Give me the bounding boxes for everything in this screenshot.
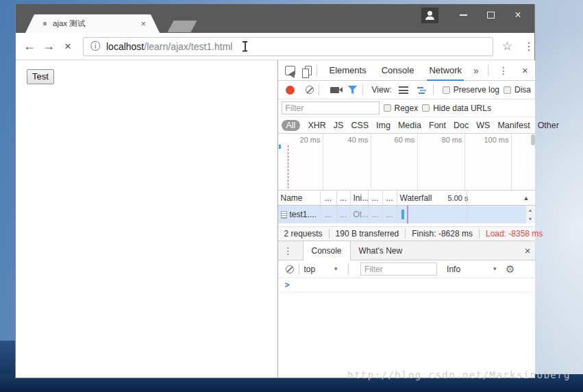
drawer-tab-bar: ⋮ Console What's New × <box>278 241 535 260</box>
clear-requests-icon[interactable] <box>306 86 314 94</box>
console-settings-gear-icon[interactable]: ⚙ <box>506 263 514 275</box>
type-filter-xhr[interactable]: XHR <box>308 121 325 130</box>
col-status[interactable]: ... <box>321 191 337 205</box>
devtools-menu-icon[interactable]: ⋮ <box>493 65 514 76</box>
disable-cache-checkbox[interactable] <box>504 86 511 94</box>
regex-label: Regex <box>395 103 419 113</box>
list-view-icon[interactable] <box>399 86 408 94</box>
waterfall-dcl-line <box>407 206 408 223</box>
profile-button[interactable] <box>421 8 438 23</box>
requests-count: 2 requests <box>278 229 329 238</box>
drawer-tab-console[interactable]: Console <box>303 241 351 260</box>
timeline-tick: 80 ms <box>423 136 462 144</box>
type-filter-manifest[interactable]: Manifest <box>497 121 530 130</box>
bookmark-star-icon[interactable]: ☆ <box>502 39 512 53</box>
col-type[interactable]: ... <box>337 191 351 205</box>
col-waterfall[interactable]: Waterfall 5.00 s ▲ <box>397 191 535 205</box>
scroll-up-icon[interactable]: ▲ <box>528 208 533 212</box>
chevron-down-icon: ▼ <box>333 266 338 272</box>
more-tabs-icon[interactable]: » <box>469 65 483 76</box>
devtools-close-icon[interactable]: × <box>518 64 532 76</box>
maximize-icon <box>487 12 495 19</box>
browser-tab[interactable]: ajax 测试 × <box>25 14 160 33</box>
drawer-menu-icon[interactable]: ⋮ <box>278 245 299 256</box>
network-overview-timeline[interactable]: 20 ms 40 ms 60 ms 80 ms 100 ms <box>278 134 535 191</box>
url-host: localhost <box>106 41 144 52</box>
drawer-close-icon[interactable]: × <box>521 245 535 256</box>
timeline-tick: 60 ms <box>375 136 415 144</box>
dcl-event-marker <box>279 145 281 149</box>
col-name[interactable]: Name <box>278 191 321 205</box>
maximize-button[interactable] <box>480 6 501 24</box>
log-level-selector[interactable]: Info ▼ <box>447 265 497 274</box>
tab-console[interactable]: Console <box>374 60 422 81</box>
table-row[interactable]: test1.... ... ... Ot... ... ... ▲ <box>278 206 535 223</box>
col-size[interactable]: ... <box>369 191 383 205</box>
type-filter-all[interactable]: All <box>282 120 301 131</box>
close-icon: × <box>514 10 521 21</box>
hide-data-urls-checkbox[interactable] <box>422 104 430 112</box>
browser-menu-icon[interactable]: ⋮ <box>523 40 534 53</box>
type-filter-doc[interactable]: Doc <box>454 121 469 130</box>
page-info-icon[interactable]: ⓘ <box>90 40 100 53</box>
type-filter-media[interactable]: Media <box>398 121 421 130</box>
record-button[interactable] <box>286 86 295 95</box>
tab-close-icon[interactable]: × <box>140 19 146 28</box>
drawer-tab-whats-new[interactable]: What's New <box>351 241 411 260</box>
col-time[interactable]: ... <box>383 191 397 205</box>
console-prompt-row[interactable]: > <box>278 278 535 293</box>
type-filter-ws[interactable]: WS <box>476 121 490 130</box>
console-filter-input[interactable] <box>360 262 437 275</box>
type-filter-other[interactable]: Other <box>538 121 559 130</box>
type-filter-css[interactable]: CSS <box>351 121 369 130</box>
timeline-tick: 100 ms <box>469 136 509 144</box>
clear-console-icon[interactable] <box>286 265 294 273</box>
devtools-panel: Elements Console Network » ⋮ × View <box>278 60 535 378</box>
inspect-element-icon[interactable] <box>285 66 295 75</box>
web-page: Test <box>16 60 278 378</box>
execution-context-selector[interactable]: top ▼ <box>304 265 339 274</box>
request-table-header: Name ... ... Ini... ... ... Waterfall 5.… <box>278 191 535 206</box>
screenshot-camera-icon[interactable] <box>330 87 339 93</box>
tab-elements[interactable]: Elements <box>322 60 374 81</box>
request-name-cell: test1.... <box>278 206 321 223</box>
type-filter-img[interactable]: Img <box>376 121 390 130</box>
request-table-body: test1.... ... ... Ot... ... ... ▲ <box>278 206 535 226</box>
sort-ascending-icon[interactable]: ▲ <box>523 191 530 205</box>
waterfall-view-icon[interactable] <box>417 86 428 94</box>
browser-window: ajax 测试 × × ← → × ⓘ localhost /le <box>15 4 535 378</box>
preserve-log-checkbox[interactable] <box>443 86 450 94</box>
timeline-tick: 20 ms <box>281 136 321 144</box>
waterfall-scale-label: 5.00 s <box>448 191 469 205</box>
console-prompt-icon: > <box>285 280 290 290</box>
device-toolbar-icon[interactable] <box>305 66 312 75</box>
document-icon <box>281 211 287 219</box>
table-scrollbar[interactable]: ▲ ▼ <box>526 206 535 223</box>
filter-funnel-icon[interactable] <box>348 86 358 95</box>
new-tab-button[interactable] <box>167 21 197 32</box>
hide-data-urls-label: Hide data URLs <box>433 103 491 113</box>
back-button[interactable]: ← <box>20 39 39 53</box>
network-filter-input[interactable] <box>282 101 380 114</box>
network-filter-row: Regex Hide data URLs <box>278 99 535 117</box>
timeline-tick: 40 ms <box>329 136 369 144</box>
overview-scrollbar[interactable] <box>531 134 535 145</box>
type-filter-font[interactable]: Font <box>429 121 446 130</box>
finish-time: Finish: -8628 ms <box>405 229 479 238</box>
tab-favicon-icon <box>43 22 47 25</box>
forward-button[interactable]: → <box>39 39 58 53</box>
initiator-cell: Ot... <box>351 206 369 223</box>
stop-button[interactable]: × <box>58 40 77 53</box>
col-initiator[interactable]: Ini... <box>351 191 369 205</box>
minimize-button[interactable] <box>452 6 474 24</box>
close-button[interactable]: × <box>507 6 529 24</box>
test-button[interactable]: Test <box>27 69 54 84</box>
console-output[interactable]: > <box>278 278 535 378</box>
minimize-icon <box>460 14 467 16</box>
regex-checkbox[interactable] <box>384 104 391 112</box>
scroll-down-icon[interactable]: ▼ <box>528 217 533 221</box>
address-bar[interactable]: ⓘ localhost /learn/ajax/test1.html <box>83 37 493 56</box>
tab-network[interactable]: Network <box>421 60 469 81</box>
type-filter-js[interactable]: JS <box>334 121 344 130</box>
titlebar: ajax 测试 × × <box>16 4 534 33</box>
